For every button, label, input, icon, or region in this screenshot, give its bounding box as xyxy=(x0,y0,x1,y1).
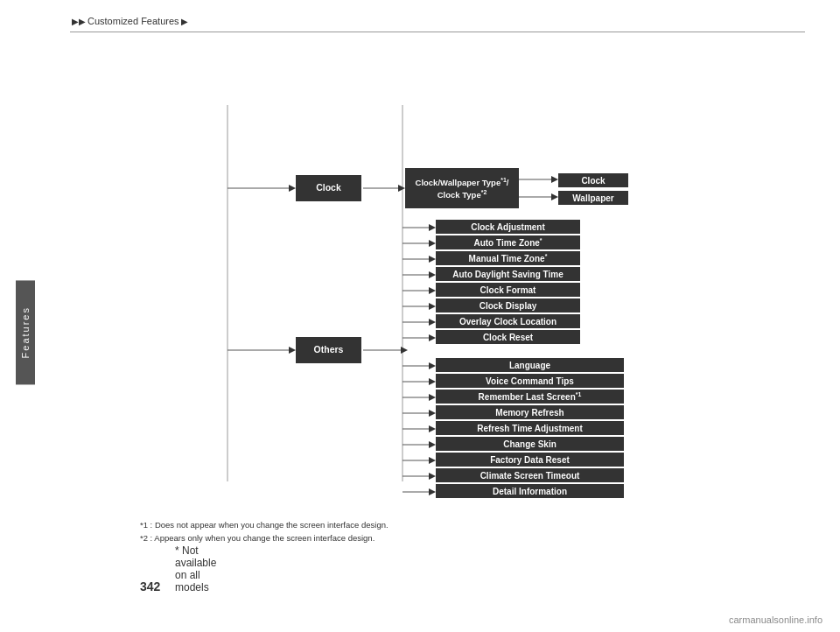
svg-marker-37 xyxy=(429,410,436,417)
footnote-2: *2 : Appears only when you change the sc… xyxy=(140,531,388,544)
clock-reset-item: Clock Reset xyxy=(436,330,580,344)
svg-marker-5 xyxy=(289,347,296,354)
overlay-clock-item: Overlay Clock Location xyxy=(436,314,580,328)
memory-refresh-item: Memory Refresh xyxy=(436,405,624,419)
auto-daylight-item: Auto Daylight Saving Time xyxy=(436,267,580,281)
header: ▶▶ Customized Features ▶ xyxy=(70,16,805,32)
clock-format-item: Clock Format xyxy=(436,283,580,297)
svg-marker-3 xyxy=(289,185,296,192)
footnotes: *1 : Does not appear when you change the… xyxy=(140,518,388,544)
svg-marker-43 xyxy=(429,457,436,464)
clock-box: Clock xyxy=(296,175,361,201)
clock-type-box: Clock/Wallpaper Type*1/Clock Type*2 xyxy=(405,168,519,208)
svg-marker-27 xyxy=(429,334,436,341)
auto-time-zone-item: Auto Time Zone* xyxy=(436,235,580,249)
footnote-1: *1 : Does not appear when you change the… xyxy=(140,518,388,531)
clock-display-item: Clock Display xyxy=(436,298,580,312)
voice-command-item: Voice Command Tips xyxy=(436,374,624,388)
header-prefix: ▶▶ xyxy=(72,17,86,26)
page-number: 342 xyxy=(140,579,160,593)
remember-last-item: Remember Last Screen*1 xyxy=(436,390,624,404)
svg-marker-9 xyxy=(551,176,558,183)
refresh-time-item: Refresh Time Adjustment xyxy=(436,421,624,435)
clock-sub-item: Clock xyxy=(558,173,628,187)
header-title: Customized Features xyxy=(88,16,179,26)
not-available-note: * Not available on all models xyxy=(175,544,216,593)
manual-time-zone-item: Manual Time Zone* xyxy=(436,251,580,265)
page: ▶▶ Customized Features ▶ Features xyxy=(0,0,840,632)
factory-reset-item: Factory Data Reset xyxy=(436,453,624,467)
svg-marker-47 xyxy=(429,488,436,495)
svg-marker-33 xyxy=(429,378,436,385)
svg-marker-29 xyxy=(401,347,408,354)
clock-adjustment-item: Clock Adjustment xyxy=(436,220,580,234)
diagram: Clock Clock/Wallpaper Type*1/Clock Type*… xyxy=(175,105,822,499)
svg-marker-41 xyxy=(429,441,436,448)
svg-marker-35 xyxy=(429,394,436,401)
detail-info-item: Detail Information xyxy=(436,484,624,498)
sidebar-label: Features xyxy=(16,280,35,384)
climate-timeout-item: Climate Screen Timeout xyxy=(436,468,624,482)
svg-marker-15 xyxy=(429,240,436,247)
svg-marker-23 xyxy=(429,303,436,310)
header-suffix: ▶ xyxy=(181,17,188,26)
svg-marker-17 xyxy=(429,256,436,263)
svg-marker-7 xyxy=(398,185,405,192)
svg-marker-19 xyxy=(429,271,436,278)
wallpaper-sub-item: Wallpaper xyxy=(558,191,628,205)
others-box: Others xyxy=(296,337,361,363)
svg-marker-39 xyxy=(429,425,436,432)
svg-marker-31 xyxy=(429,362,436,369)
svg-marker-25 xyxy=(429,319,436,326)
language-item: Language xyxy=(436,358,624,372)
change-skin-item: Change Skin xyxy=(436,437,624,451)
svg-marker-21 xyxy=(429,287,436,294)
watermark: carmanualsonline.info xyxy=(729,614,822,625)
svg-marker-11 xyxy=(551,193,558,200)
svg-marker-45 xyxy=(429,473,436,480)
svg-marker-13 xyxy=(429,224,436,231)
clock-type-label: Clock/Wallpaper Type*1/Clock Type*2 xyxy=(416,176,509,201)
